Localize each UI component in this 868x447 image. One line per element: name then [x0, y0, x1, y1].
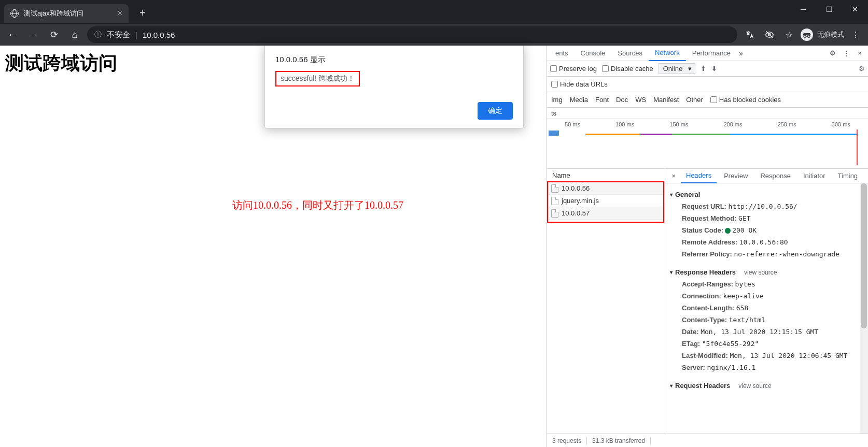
devtools-panel: ents Console Sources Network Performance… [547, 46, 868, 447]
view-source-link[interactable]: view source [738, 382, 771, 390]
devtools-tab-sources[interactable]: Sources [611, 46, 649, 61]
browser-toolbar: ← → ⟳ ⌂ ⓘ 不安全 | 10.0.0.56 ☆ 无痕模式 ⋮ [0, 24, 868, 46]
throttling-select[interactable]: Online [659, 63, 696, 74]
reload-button[interactable]: ⟳ [46, 26, 62, 43]
network-filters: Hide data URLs [547, 77, 868, 92]
request-row[interactable]: 10.0.0.56 [547, 182, 665, 195]
file-icon [551, 197, 558, 205]
network-settings-icon[interactable]: ⚙ [859, 65, 865, 73]
devtools-tabs: ents Console Sources Network Performance… [547, 46, 868, 61]
waterfall-load-line [857, 129, 858, 165]
section-response-headers[interactable]: Response Headersview source [670, 266, 863, 278]
url-separator: | [135, 31, 137, 39]
filter-ws[interactable]: WS [635, 96, 646, 104]
details-close-icon[interactable]: × [668, 172, 679, 180]
tab-title: 测试ajax和跨域访问 [24, 9, 83, 18]
globe-icon [10, 9, 19, 18]
filter-font[interactable]: Font [595, 96, 609, 104]
waterfall-bar [730, 134, 859, 135]
details-tab-initiator[interactable]: Initiator [798, 169, 831, 183]
devtools-tab-elements[interactable]: ents [549, 46, 575, 61]
network-status-bar: 3 requests 31.3 kB transferred [547, 434, 868, 447]
hide-data-urls-checkbox[interactable]: Hide data URLs [551, 80, 608, 88]
window-close-button[interactable]: ✕ [842, 0, 868, 19]
bookmark-star-icon[interactable]: ☆ [781, 26, 797, 43]
svg-point-2 [804, 35, 806, 38]
status-transferred: 31.3 kB transferred [587, 437, 651, 444]
dialog-message: successful! 跨域成功！ [275, 71, 360, 86]
eye-off-icon[interactable] [761, 26, 778, 43]
request-list: Name 10.0.0.56 jquery.min.js 10.0.0.57 [547, 169, 665, 434]
forward-button[interactable]: → [25, 26, 41, 43]
network-toolbar: Preserve log Disable cache Online ⬆ ⬇ ⚙ [547, 61, 868, 77]
details-tab-timing[interactable]: Timing [833, 169, 863, 183]
scrollbar-thumb[interactable] [861, 183, 867, 328]
details-tab-headers[interactable]: Headers [681, 169, 717, 183]
request-row[interactable]: jquery.min.js [547, 195, 665, 207]
filter-doc[interactable]: Doc [616, 96, 628, 104]
status-dot-icon [725, 228, 731, 234]
window-maximize-button[interactable]: ☐ [816, 0, 842, 19]
devtools-tab-performance[interactable]: Performance [686, 46, 737, 61]
devtools-more-tabs-icon[interactable]: » [739, 49, 743, 57]
devtools-close-icon[interactable]: × [853, 47, 866, 60]
scrollbar[interactable] [860, 183, 868, 434]
filter-trunc: ts [551, 109, 556, 117]
tick: 250 ms [778, 121, 796, 127]
tick: 50 ms [565, 121, 580, 127]
info-icon[interactable]: ⓘ [94, 30, 102, 39]
details-tab-response[interactable]: Response [755, 169, 796, 183]
svg-point-3 [808, 35, 810, 38]
request-list-header[interactable]: Name [547, 169, 665, 182]
tab-close-icon[interactable]: × [118, 9, 122, 18]
preserve-log-checkbox[interactable]: Preserve log [550, 65, 597, 73]
page-annotation: 访问10.0.0.56，同时又打开了10.0.0.57 [232, 198, 403, 212]
network-type-filters: Img Media Font Doc WS Manifest Other Has… [547, 92, 868, 108]
incognito-icon [801, 28, 813, 41]
network-filters-row3: ts [547, 108, 868, 119]
file-icon [551, 209, 558, 218]
js-alert-dialog: 10.0.0.56 显示 successful! 跨域成功！ 确定 [264, 46, 524, 128]
waterfall-bar [672, 134, 730, 135]
waterfall-overview[interactable]: 50 ms 100 ms 150 ms 200 ms 250 ms 300 ms [547, 119, 868, 169]
waterfall-bar [585, 134, 640, 135]
home-button[interactable]: ⌂ [66, 26, 83, 43]
request-row[interactable]: 10.0.0.57 [547, 207, 665, 220]
tick: 200 ms [723, 121, 742, 127]
view-source-link[interactable]: view source [744, 269, 777, 276]
devtools-tab-console[interactable]: Console [575, 46, 612, 61]
url-text: 10.0.0.56 [143, 31, 175, 39]
insecure-label: 不安全 [107, 30, 130, 40]
has-blocked-checkbox[interactable]: Has blocked cookies [710, 96, 781, 104]
waterfall-bar [640, 134, 673, 135]
devtools-tab-network[interactable]: Network [649, 46, 686, 61]
filter-manifest[interactable]: Manifest [653, 96, 679, 104]
url-bar[interactable]: ⓘ 不安全 | 10.0.0.56 [87, 26, 737, 43]
browser-menu-icon[interactable]: ⋮ [847, 26, 864, 43]
dialog-title: 10.0.0.56 显示 [275, 55, 513, 65]
request-details: × Headers Preview Response Initiator Tim… [665, 169, 868, 434]
kebab-icon[interactable]: ⋮ [840, 47, 852, 60]
filter-other[interactable]: Other [686, 96, 703, 104]
tick: 300 ms [832, 121, 850, 127]
filter-img[interactable]: Img [551, 96, 563, 104]
section-general[interactable]: General [670, 189, 863, 200]
download-icon[interactable]: ⬇ [711, 65, 717, 73]
window-minimize-button[interactable]: ─ [790, 0, 816, 19]
section-request-headers[interactable]: Request Headersview source [670, 380, 863, 392]
browser-tab[interactable]: 测试ajax和跨域访问 × [4, 4, 129, 23]
translate-icon[interactable] [741, 26, 758, 43]
new-tab-button[interactable]: + [135, 5, 150, 21]
filter-media[interactable]: Media [570, 96, 588, 104]
disable-cache-checkbox[interactable]: Disable cache [602, 65, 653, 73]
gear-icon[interactable]: ⚙ [827, 47, 839, 60]
details-tab-preview[interactable]: Preview [719, 169, 753, 183]
upload-icon[interactable]: ⬆ [701, 65, 706, 73]
back-button[interactable]: ← [4, 26, 21, 43]
status-requests: 3 requests [547, 437, 587, 444]
incognito-label: 无痕模式 [817, 30, 844, 39]
dialog-ok-button[interactable]: 确定 [478, 102, 513, 120]
file-icon [551, 184, 558, 193]
browser-titlebar: 测试ajax和跨域访问 × + ─ ☐ ✕ [0, 0, 868, 24]
incognito-indicator[interactable]: 无痕模式 [801, 28, 844, 41]
